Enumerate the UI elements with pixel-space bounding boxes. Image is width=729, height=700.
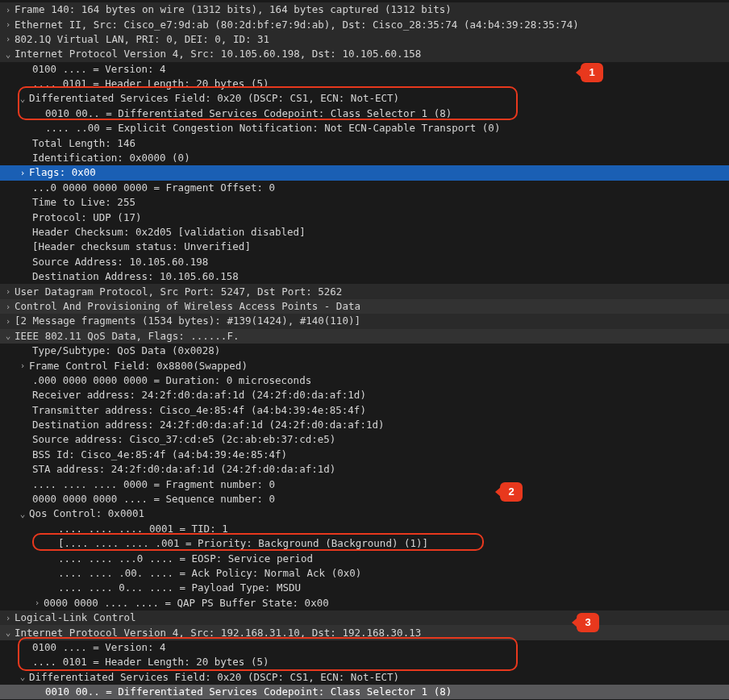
tree-row-ipv4[interactable]: ⌄Internet Protocol Version 4, Src: 10.10… (0, 47, 729, 61)
tree-row[interactable]: Protocol: UDP (17) (0, 210, 729, 224)
tree-row-flags[interactable]: ›Flags: 0x00 (0, 165, 729, 180)
tree-row[interactable]: Source Address: 10.105.60.198 (0, 255, 729, 269)
tree-row-dscp-codepoint[interactable]: 0010 00.. = Differentiated Services Code… (0, 685, 729, 699)
tree-row[interactable]: Destination Address: 10.105.60.158 (0, 269, 729, 284)
tree-row[interactable]: ›0000 0000 .... .... = QAP PS Buffer Sta… (0, 596, 729, 610)
tree-row-vlan[interactable]: ›802.1Q Virtual LAN, PRI: 0, DEI: 0, ID:… (0, 32, 729, 47)
tree-row-udp[interactable]: ›User Datagram Protocol, Src Port: 5247,… (0, 284, 729, 298)
tree-row[interactable]: 0100 .... = Version: 4 (0, 640, 729, 655)
tree-row[interactable]: .... 0101 = Header Length: 20 bytes (5) (0, 655, 729, 669)
chevron-right-icon: › (32, 598, 42, 607)
tree-row[interactable]: .... ..00 = Explicit Congestion Notifica… (0, 121, 729, 135)
tree-row[interactable]: ›Frame Control Field: 0x8800(Swapped) (0, 358, 729, 373)
chevron-down-icon: ⌄ (3, 50, 13, 59)
tree-row-dscp-inner[interactable]: ⌄Differentiated Services Field: 0x20 (DS… (0, 670, 729, 685)
chevron-down-icon: ⌄ (3, 628, 13, 637)
tree-row[interactable]: STA address: 24:2f:d0:da:af:1d (24:2f:d0… (0, 462, 729, 477)
chevron-right-icon: › (3, 6, 13, 15)
tree-row[interactable]: Header Checksum: 0x2d05 [validation disa… (0, 225, 729, 240)
tree-row[interactable]: [Header checksum status: Unverified] (0, 240, 729, 254)
tree-row-ethernet[interactable]: ›Ethernet II, Src: Cisco_e7:9d:ab (80:2d… (0, 17, 729, 31)
tree-row-capwap[interactable]: ›Control And Provisioning of Wireless Ac… (0, 299, 729, 314)
tree-row-reassembly[interactable]: ›[2 Message fragments (1534 bytes): #139… (0, 314, 729, 328)
annotation-callout-2: 2 (500, 482, 523, 502)
annotation-callout-3: 3 (577, 613, 599, 632)
tree-row[interactable]: Type/Subtype: QoS Data (0x0028) (0, 344, 729, 358)
tree-row[interactable]: Time to Live: 255 (0, 195, 729, 210)
tree-row-ipv4-inner[interactable]: ⌄Internet Protocol Version 4, Src: 192.1… (0, 625, 729, 640)
tree-row[interactable]: ...0 0000 0000 0000 = Fragment Offset: 0 (0, 181, 729, 195)
tree-row[interactable]: Destination address: 24:2f:d0:da:af:1d (… (0, 418, 729, 432)
chevron-down-icon: ⌄ (18, 673, 27, 681)
chevron-right-icon: › (18, 169, 27, 177)
tree-row[interactable]: .000 0000 0000 0000 = Duration: 0 micros… (0, 373, 729, 388)
chevron-right-icon: › (3, 35, 13, 44)
tree-row[interactable]: .... .... .... 0000 = Fragment number: 0 (0, 477, 729, 492)
tree-row[interactable]: .... .... ...0 .... = EOSP: Service peri… (0, 551, 729, 565)
tree-row[interactable]: .... 0101 = Header Length: 20 bytes (5) (0, 77, 729, 91)
chevron-right-icon: › (3, 614, 13, 623)
tree-row-frame[interactable]: ›Frame 140: 164 bytes on wire (1312 bits… (0, 2, 729, 17)
tree-row[interactable]: 0000 0000 0000 .... = Sequence number: 0 (0, 492, 729, 506)
tree-row[interactable]: .... .... .... 0001 = TID: 1 (0, 522, 729, 536)
tree-row-dscp[interactable]: ⌄Differentiated Services Field: 0x20 (DS… (0, 91, 729, 106)
tree-row-llc[interactable]: ›Logical-Link Control (0, 610, 729, 625)
tree-row[interactable]: 0100 .... = Version: 4 (0, 62, 729, 77)
chevron-right-icon: › (18, 361, 27, 370)
tree-row[interactable]: 0010 00.. = Differentiated Services Code… (0, 106, 729, 121)
annotation-callout-1: 1 (581, 63, 603, 82)
chevron-down-icon: ⌄ (18, 94, 27, 103)
tree-row[interactable]: .... .... .00. .... = Ack Policy: Normal… (0, 566, 729, 581)
chevron-right-icon: › (3, 317, 13, 326)
packet-dissection-tree[interactable]: ›Frame 140: 164 bytes on wire (1312 bits… (0, 0, 729, 700)
chevron-right-icon: › (3, 302, 13, 311)
tree-row[interactable]: Total Length: 146 (0, 136, 729, 151)
tree-row[interactable]: Transmitter address: Cisco_4e:85:4f (a4:… (0, 403, 729, 418)
tree-row[interactable]: .... .... 0... .... = Payload Type: MSDU (0, 581, 729, 595)
chevron-right-icon: › (3, 20, 13, 29)
tree-row-priority[interactable]: [.... .... .... .001 = Priority: Backgro… (0, 536, 729, 551)
chevron-down-icon: ⌄ (18, 510, 27, 519)
tree-row[interactable]: BSS Id: Cisco_4e:85:4f (a4:b4:39:4e:85:4… (0, 448, 729, 462)
chevron-right-icon: › (3, 287, 13, 296)
chevron-down-icon: ⌄ (3, 331, 13, 340)
tree-row-ieee80211[interactable]: ⌄IEEE 802.11 QoS Data, Flags: ......F. (0, 329, 729, 344)
tree-row[interactable]: Source address: Cisco_37:cd:e5 (2c:ab:eb… (0, 432, 729, 447)
tree-row-qoscontrol[interactable]: ⌄Qos Control: 0x0001 (0, 506, 729, 521)
tree-row[interactable]: Receiver address: 24:2f:d0:da:af:1d (24:… (0, 388, 729, 402)
tree-row[interactable]: Identification: 0x0000 (0) (0, 151, 729, 165)
